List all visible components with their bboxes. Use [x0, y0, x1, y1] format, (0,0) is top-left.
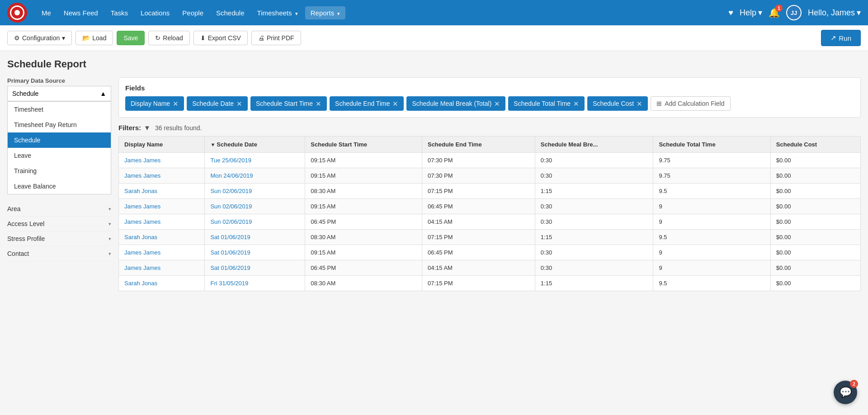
fields-title: Fields [125, 84, 854, 92]
table-icon: ⊞ [656, 100, 662, 107]
schedule-date-link[interactable]: Sat 01/06/2019 [210, 234, 250, 241]
access-level-caret-icon: ▾ [108, 221, 111, 227]
display-name-link[interactable]: James James [124, 218, 160, 225]
schedule-date-link[interactable]: Sat 01/06/2019 [210, 264, 250, 271]
remove-display-name-button[interactable]: ✕ [173, 100, 179, 107]
col-schedule-start-time: Schedule Start Time [305, 137, 422, 153]
table-row: James James Sun 02/06/2019 09:15 AM 06:4… [119, 199, 861, 214]
area-filter-label: Area [7, 205, 21, 212]
cell-meal-break: 0:30 [535, 260, 653, 276]
schedule-date-link[interactable]: Sat 01/06/2019 [210, 249, 250, 256]
notifications-button[interactable]: 🔔 1 [769, 7, 780, 18]
cell-cost: $0.00 [770, 230, 860, 245]
cell-end-time: 07:15 PM [422, 230, 535, 245]
col-schedule-total-time: Schedule Total Time [653, 137, 770, 153]
cell-schedule-date: Sat 01/06/2019 [205, 245, 305, 260]
favorites-button[interactable]: ♥ [728, 8, 733, 18]
cell-cost: $0.00 [770, 184, 860, 199]
nav-schedule[interactable]: Schedule [211, 6, 250, 19]
remove-schedule-end-time-button[interactable]: ✕ [392, 100, 398, 107]
remove-schedule-cost-button[interactable]: ✕ [637, 100, 642, 107]
cell-end-time: 04:15 AM [422, 260, 535, 276]
col-display-name: Display Name [119, 137, 205, 153]
avatar[interactable]: JJ [786, 5, 802, 20]
reload-button[interactable]: ↻ Reload [148, 31, 189, 45]
app-logo[interactable] [7, 3, 27, 23]
col-schedule-date[interactable]: ▼Schedule Date [205, 137, 305, 153]
display-name-link[interactable]: James James [124, 249, 160, 256]
cell-cost: $0.00 [770, 214, 860, 230]
run-button[interactable]: ↗ Run [821, 30, 861, 46]
sidebar-filter-area[interactable]: Area ▾ [7, 202, 111, 217]
cell-schedule-date: Sat 01/06/2019 [205, 260, 305, 276]
hello-label[interactable]: Hello, James ▾ [808, 8, 861, 18]
dropdown-item-leave[interactable]: Leave [8, 148, 111, 163]
remove-schedule-start-time-button[interactable]: ✕ [316, 100, 321, 107]
schedule-date-link[interactable]: Sun 02/06/2019 [210, 188, 252, 194]
col-schedule-end-time: Schedule End Time [422, 137, 535, 153]
nav-timesheets[interactable]: Timesheets ▾ [252, 6, 303, 19]
display-name-link[interactable]: Sarah Jonas [124, 280, 157, 287]
dropdown-item-schedule[interactable]: Schedule [8, 132, 111, 148]
sidebar-filter-stress-profile[interactable]: Stress Profile ▾ [7, 231, 111, 246]
remove-schedule-total-time-button[interactable]: ✕ [573, 100, 579, 107]
help-button[interactable]: Help ▾ [740, 8, 762, 18]
display-name-link[interactable]: James James [124, 203, 160, 210]
field-tag-schedule-total-time: Schedule Total Time ✕ [508, 96, 585, 111]
top-nav: Me News Feed Tasks Locations People Sche… [0, 0, 868, 25]
display-name-link[interactable]: Sarah Jonas [124, 234, 157, 241]
configuration-button[interactable]: ⚙ Configuration ▾ [7, 31, 72, 45]
cell-cost: $0.00 [770, 245, 860, 260]
dropdown-item-timesheet[interactable]: Timesheet [8, 102, 111, 117]
dropdown-item-leave-balance[interactable]: Leave Balance [8, 179, 111, 194]
cell-display-name: James James [119, 199, 205, 214]
nav-news-feed[interactable]: News Feed [58, 6, 104, 19]
nav-people[interactable]: People [177, 6, 209, 19]
nav-reports[interactable]: Reports ▾ [305, 6, 346, 19]
load-button[interactable]: 📂 Load [75, 31, 113, 45]
data-source-current[interactable]: Schedule ▲ [7, 86, 111, 101]
cell-meal-break: 1:15 [535, 184, 653, 199]
display-name-link[interactable]: Sarah Jonas [124, 188, 157, 194]
cell-meal-break: 1:15 [535, 230, 653, 245]
schedule-date-link[interactable]: Fri 31/05/2019 [210, 280, 248, 287]
field-tag-schedule-date: Schedule Date ✕ [187, 96, 248, 111]
print-pdf-button[interactable]: 🖨 Print PDF [251, 31, 301, 45]
display-name-link[interactable]: James James [124, 157, 160, 164]
schedule-date-link[interactable]: Sun 02/06/2019 [210, 218, 252, 225]
cell-start-time: 09:15 AM [305, 199, 422, 214]
dropdown-item-training[interactable]: Training [8, 163, 111, 179]
export-csv-button[interactable]: ⬇ Export CSV [193, 31, 248, 45]
remove-schedule-date-button[interactable]: ✕ [236, 100, 242, 107]
config-caret-icon: ▾ [62, 34, 65, 42]
schedule-date-link[interactable]: Tue 25/06/2019 [210, 157, 251, 164]
display-name-link[interactable]: James James [124, 264, 160, 271]
user-caret-icon: ▾ [857, 8, 861, 18]
data-source-dropdown[interactable]: Schedule ▲ Timesheet Timesheet Pay Retur… [7, 86, 111, 194]
data-table: Display Name ▼Schedule Date Schedule Sta… [118, 136, 861, 291]
nav-me[interactable]: Me [36, 6, 57, 19]
sidebar-filter-access-level[interactable]: Access Level ▾ [7, 217, 111, 231]
cell-schedule-date: Tue 25/06/2019 [205, 153, 305, 168]
cell-start-time: 09:15 AM [305, 245, 422, 260]
stress-profile-caret-icon: ▾ [108, 236, 111, 242]
cell-total-time: 9 [653, 214, 770, 230]
dropdown-item-timesheet-pay-return[interactable]: Timesheet Pay Return [8, 117, 111, 132]
cell-start-time: 06:45 PM [305, 214, 422, 230]
nav-locations[interactable]: Locations [135, 6, 175, 19]
reload-icon: ↻ [155, 34, 160, 42]
sidebar-filter-contact[interactable]: Contact ▾ [7, 246, 111, 261]
schedule-date-link[interactable]: Mon 24/06/2019 [210, 172, 253, 179]
nav-tasks[interactable]: Tasks [105, 6, 133, 19]
data-source-value: Schedule [12, 90, 38, 97]
field-tag-label: Schedule Date [192, 100, 234, 107]
schedule-date-link[interactable]: Sun 02/06/2019 [210, 203, 252, 210]
toolbar: ⚙ Configuration ▾ 📂 Load Save ↻ Reload ⬇… [0, 25, 868, 51]
remove-schedule-meal-break-button[interactable]: ✕ [494, 100, 500, 107]
display-name-link[interactable]: James James [124, 172, 160, 179]
table-body: James James Tue 25/06/2019 09:15 AM 07:3… [119, 153, 861, 291]
save-button[interactable]: Save [117, 31, 145, 45]
filters-bar: Filters: ▼ 36 results found. [118, 124, 861, 132]
field-tag-label: Schedule Meal Break (Total) [412, 100, 491, 107]
add-calculation-field-button[interactable]: ⊞ Add Calculation Field [651, 96, 730, 111]
